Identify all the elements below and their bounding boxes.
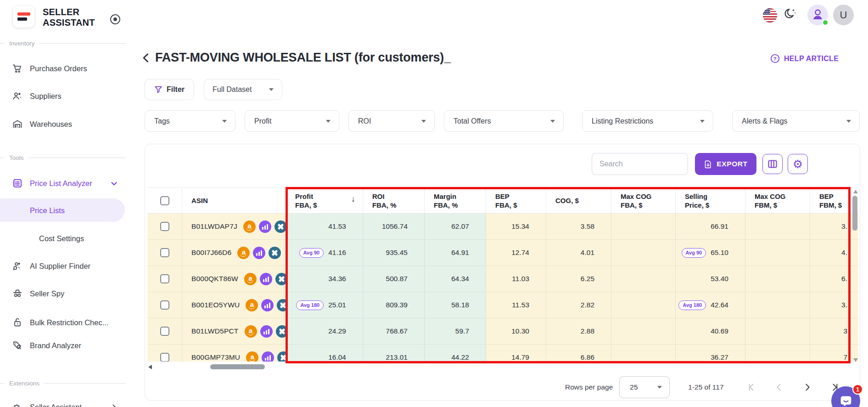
vscroll-up-arrow-icon[interactable] [853, 190, 858, 193]
stats-badge-icon[interactable] [261, 299, 274, 311]
cell-value: 4. [841, 249, 847, 257]
sidebar-item-suppliers[interactable]: Suppliers [0, 87, 129, 105]
brand-logo[interactable] [13, 6, 34, 28]
row-checkbox[interactable] [160, 222, 169, 231]
next-page-button[interactable] [802, 382, 813, 393]
column-header-margin[interactable]: MarginFBA, % [425, 188, 486, 213]
prev-page-button[interactable] [773, 382, 784, 393]
users-icon [12, 90, 23, 102]
chevron-down-icon [222, 120, 227, 123]
row-checkbox[interactable] [160, 300, 169, 310]
table-row: B01LWDAP7Ja41.531056.7462.0715.343.5866.… [147, 214, 858, 240]
stats-badge-icon[interactable] [260, 325, 273, 338]
stats-badge-icon[interactable] [260, 273, 272, 285]
help-article-label: HELP ARTICLE [784, 55, 839, 63]
filter-dropdown-roi[interactable]: ROI [348, 110, 435, 132]
sidebar-item-warehouses[interactable]: Warehouses [0, 115, 129, 133]
column-header-bep_fbm[interactable]: BEPFBM, $ [810, 188, 858, 213]
cell-value: 58.18 [451, 301, 469, 309]
sort-desc-icon[interactable]: ↓ [351, 195, 355, 213]
sidebar-item-label: Bulk Restriction Chec... [30, 318, 108, 327]
settings-button[interactable]: ⚙ [788, 154, 808, 174]
cross-shape [270, 248, 280, 257]
cell-max_cog_fbm [745, 240, 810, 266]
back-button[interactable] [140, 52, 152, 64]
columns-button[interactable] [762, 154, 783, 174]
sidebar-item-brand-analyzer[interactable]: Brand Analyzer [0, 336, 129, 355]
amazon-badge-icon[interactable]: a [246, 299, 258, 311]
column-header-selling_price[interactable]: SellingPrice, $ [676, 188, 745, 213]
vertical-scrollbar-thumb[interactable] [852, 196, 857, 231]
help-article-link[interactable]: ? HELP ARTICLE [770, 54, 839, 63]
amazon-a: a [250, 301, 254, 308]
sidebar-item-label: Purchase Orders [30, 64, 87, 73]
column-header-label: Max COGFBA, $ [621, 192, 652, 213]
language-flag-icon[interactable] [763, 8, 777, 23]
row-checkbox[interactable] [160, 353, 169, 362]
sidebar-item-cost-settings[interactable]: Cost Settings [0, 229, 129, 248]
sidebar-item-seller-assistant[interactable]: Seller Assistant [0, 398, 129, 407]
first-page-button[interactable] [745, 382, 756, 393]
column-header-asin[interactable]: ASIN [182, 188, 286, 213]
rows-per-page-select[interactable]: 25 [619, 376, 670, 398]
column-header-profit[interactable]: ProfitFBA, $↓ [286, 188, 363, 213]
cell-value: 14.79 [511, 353, 529, 362]
lock-icon [12, 317, 23, 328]
sidebar-item-price-list-analyzer[interactable]: Price List Analyzer [0, 174, 129, 192]
cell-bep_fbm: 7 [810, 345, 858, 362]
asin-cell: B00GMP73MUa [182, 345, 286, 362]
vscroll-down-arrow-icon[interactable] [853, 358, 858, 362]
column-header-cog[interactable]: COG, $ [546, 188, 611, 213]
hscroll-left-arrow-icon[interactable] [148, 365, 152, 369]
asin-cell: B001EO5YWUa [182, 292, 286, 318]
cell-max_cog_fba [611, 266, 676, 292]
dark-mode-moon-icon[interactable] [783, 7, 798, 22]
amazon-badge-icon[interactable]: a [246, 351, 258, 362]
header-line: BEP [819, 192, 842, 201]
search-input[interactable] [592, 153, 688, 175]
amazon-badge-icon[interactable]: a [237, 247, 250, 259]
table-row: B000QKT86Wa34.36500.8764.3411.036.2553.4… [147, 266, 858, 292]
cell-value: 7 [843, 353, 847, 362]
select-all-checkbox[interactable] [160, 196, 169, 205]
rows-per-page-label: Rows per page [565, 383, 613, 391]
sidebar-item-ai-supplier-finder[interactable]: AI Supplier Finder [0, 257, 129, 275]
cross-badge-icon[interactable] [269, 247, 281, 259]
filter-dropdown-tags[interactable]: Tags [145, 110, 235, 132]
column-header-label: COG, $ [555, 196, 579, 205]
sidebar-collapse-icon[interactable] [110, 14, 120, 24]
stats-badge-icon[interactable] [253, 247, 265, 259]
row-checkbox[interactable] [160, 327, 169, 336]
column-header-bep_fba[interactable]: BEPFBA, $ [486, 188, 546, 213]
filter-dropdown-listing-restrictions[interactable]: Listing Restrictions [582, 110, 713, 132]
amazon-badge-icon[interactable]: a [243, 220, 256, 233]
filter-dropdown-total-offers[interactable]: Total Offers [444, 110, 564, 132]
stats-badge-icon[interactable] [262, 351, 274, 362]
amazon-badge-icon[interactable]: a [244, 273, 257, 285]
column-header-roi[interactable]: ROIFBA, % [363, 188, 425, 213]
cell-cog: 6.86 [546, 345, 611, 362]
export-button[interactable]: EXPORT [695, 153, 756, 175]
column-header-select[interactable] [147, 188, 182, 213]
cell-value: 10.30 [511, 327, 529, 335]
column-header-max_cog_fbm[interactable]: Max COGFBM, $ [745, 188, 810, 213]
dataset-select[interactable]: Full Dataset [204, 79, 282, 100]
amazon-badge-icon[interactable]: a [245, 325, 257, 338]
sidebar-item-purchase-orders[interactable]: Purchase Orders [0, 59, 129, 78]
sidebar-item-bulk-restriction-chec-[interactable]: Bulk Restriction Chec... [0, 313, 129, 332]
row-checkbox[interactable] [160, 248, 169, 257]
header-line: Margin [434, 192, 458, 201]
column-header-max_cog_fba[interactable]: Max COGFBA, $ [611, 188, 676, 213]
filter-dropdown-alerts-flags[interactable]: Alerts & Flags [732, 110, 860, 132]
filter-button[interactable]: Filter [145, 79, 194, 100]
row-checkbox[interactable] [160, 274, 169, 283]
horizontal-scrollbar-thumb[interactable] [210, 364, 265, 369]
filter-dropdown-profit[interactable]: Profit [245, 110, 339, 132]
stats-badge-icon[interactable] [259, 220, 271, 233]
user-avatar[interactable]: U [833, 5, 854, 25]
account-button[interactable] [807, 5, 828, 25]
sidebar-item-price-lists[interactable]: Price Lists [0, 198, 125, 222]
cell-profit: 41.53 [286, 214, 363, 240]
cross-badge-icon[interactable] [274, 220, 287, 233]
sidebar-item-seller-spy[interactable]: Seller Spy [0, 284, 129, 303]
